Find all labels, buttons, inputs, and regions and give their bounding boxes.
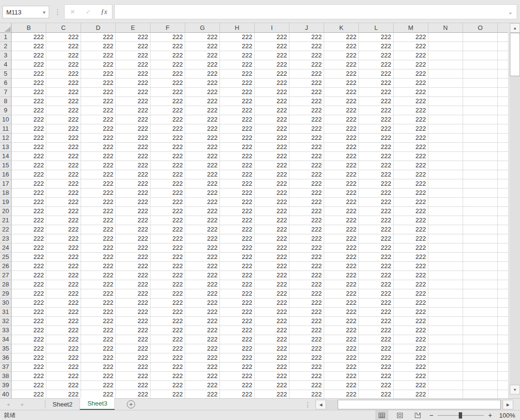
cell-partial-14[interactable] [498, 152, 508, 161]
cell-D30[interactable]: 222 [81, 298, 116, 308]
zoom-slider-thumb[interactable] [459, 412, 462, 419]
cell-N3[interactable] [428, 51, 463, 60]
cell-D5[interactable]: 222 [81, 69, 116, 79]
row-header-9[interactable]: 9 [0, 106, 12, 115]
cell-I40[interactable]: 222 [255, 390, 289, 398]
cell-F25[interactable]: 222 [151, 253, 185, 262]
cell-G39[interactable]: 222 [185, 381, 220, 390]
cell-F14[interactable]: 222 [151, 152, 185, 161]
name-box-dropdown-icon[interactable]: ▾ [43, 10, 45, 15]
cell-B24[interactable]: 222 [12, 244, 46, 253]
cell-partial-10[interactable] [498, 115, 508, 124]
cell-L24[interactable]: 222 [359, 244, 394, 253]
row-header-25[interactable]: 25 [0, 253, 12, 262]
column-header-N[interactable]: N [428, 23, 463, 33]
row-header-22[interactable]: 22 [0, 225, 12, 234]
vertical-scrollbar[interactable]: ▲ ▼ [510, 23, 520, 394]
cell-F12[interactable]: 222 [151, 134, 185, 143]
cell-E5[interactable]: 222 [116, 69, 151, 79]
cell-J2[interactable]: 222 [289, 42, 324, 51]
cell-M31[interactable]: 222 [394, 308, 428, 317]
cell-C3[interactable]: 222 [46, 51, 81, 60]
cell-C33[interactable]: 222 [46, 326, 81, 335]
cell-H35[interactable]: 222 [220, 344, 255, 353]
cell-N14[interactable] [428, 152, 463, 161]
cell-C2[interactable]: 222 [46, 42, 81, 51]
cell-F4[interactable]: 222 [151, 60, 185, 69]
cell-H3[interactable]: 222 [220, 51, 255, 60]
cell-C35[interactable]: 222 [46, 344, 81, 353]
cell-I29[interactable]: 222 [255, 289, 289, 298]
cell-G9[interactable]: 222 [185, 106, 220, 115]
cell-O34[interactable] [463, 335, 498, 344]
cell-I13[interactable]: 222 [255, 143, 289, 152]
row-header-33[interactable]: 33 [0, 326, 12, 335]
cell-H4[interactable]: 222 [220, 60, 255, 69]
cell-partial-39[interactable] [498, 381, 508, 390]
cell-L33[interactable]: 222 [359, 326, 394, 335]
horizontal-scrollbar-thumb[interactable] [338, 400, 501, 409]
row-header-34[interactable]: 34 [0, 335, 12, 344]
cell-J20[interactable]: 222 [289, 207, 324, 216]
cell-N32[interactable] [428, 317, 463, 326]
row-header-20[interactable]: 20 [0, 207, 12, 216]
row-header-35[interactable]: 35 [0, 344, 12, 353]
cell-F31[interactable]: 222 [151, 308, 185, 317]
cell-K23[interactable]: 222 [324, 234, 359, 244]
cell-I25[interactable]: 222 [255, 253, 289, 262]
cell-M16[interactable]: 222 [394, 170, 428, 179]
row-header-11[interactable]: 11 [0, 124, 12, 134]
insert-function-button[interactable]: ƒx [96, 5, 112, 19]
cell-J25[interactable]: 222 [289, 253, 324, 262]
row-header-29[interactable]: 29 [0, 289, 12, 298]
cell-I16[interactable]: 222 [255, 170, 289, 179]
cell-E6[interactable]: 222 [116, 79, 151, 88]
cell-G25[interactable]: 222 [185, 253, 220, 262]
cell-G31[interactable]: 222 [185, 308, 220, 317]
cell-E28[interactable]: 222 [116, 280, 151, 289]
cell-L6[interactable]: 222 [359, 79, 394, 88]
cell-J3[interactable]: 222 [289, 51, 324, 60]
cell-E27[interactable]: 222 [116, 271, 151, 280]
cell-C8[interactable]: 222 [46, 97, 81, 106]
cell-L5[interactable]: 222 [359, 69, 394, 79]
cell-B20[interactable]: 222 [12, 207, 46, 216]
cell-B30[interactable]: 222 [12, 298, 46, 308]
cell-N35[interactable] [428, 344, 463, 353]
cell-J19[interactable]: 222 [289, 198, 324, 207]
cell-K20[interactable]: 222 [324, 207, 359, 216]
cell-L10[interactable]: 222 [359, 115, 394, 124]
cell-F27[interactable]: 222 [151, 271, 185, 280]
cell-D38[interactable]: 222 [81, 372, 116, 381]
cell-I21[interactable]: 222 [255, 216, 289, 225]
cell-J6[interactable]: 222 [289, 79, 324, 88]
cell-O3[interactable] [463, 51, 498, 60]
cell-I18[interactable]: 222 [255, 189, 289, 198]
cell-J30[interactable]: 222 [289, 298, 324, 308]
row-header-28[interactable]: 28 [0, 280, 12, 289]
cell-O30[interactable] [463, 298, 498, 308]
row-header-26[interactable]: 26 [0, 262, 12, 271]
row-header-30[interactable]: 30 [0, 298, 12, 308]
cell-N15[interactable] [428, 161, 463, 170]
row-header-37[interactable]: 37 [0, 363, 12, 372]
cell-M37[interactable]: 222 [394, 363, 428, 372]
cell-F3[interactable]: 222 [151, 51, 185, 60]
cell-H17[interactable]: 222 [220, 179, 255, 189]
cell-K4[interactable]: 222 [324, 60, 359, 69]
enter-button[interactable]: ✓ [81, 5, 96, 19]
column-header-B[interactable]: B [12, 23, 46, 33]
cell-G24[interactable]: 222 [185, 244, 220, 253]
zoom-level[interactable]: 100% [494, 412, 515, 419]
cell-H13[interactable]: 222 [220, 143, 255, 152]
horizontal-scrollbar-track[interactable] [326, 400, 503, 409]
cell-partial-1[interactable] [498, 33, 508, 42]
cell-I39[interactable]: 222 [255, 381, 289, 390]
cell-D4[interactable]: 222 [81, 60, 116, 69]
row-header-5[interactable]: 5 [0, 69, 12, 79]
cell-K16[interactable]: 222 [324, 170, 359, 179]
cell-D3[interactable]: 222 [81, 51, 116, 60]
sheet-tab-sheet3[interactable]: Sheet3 [80, 398, 115, 410]
column-header-F[interactable]: F [151, 23, 185, 33]
tab-nav-left-icon[interactable]: ◂ [7, 399, 10, 410]
